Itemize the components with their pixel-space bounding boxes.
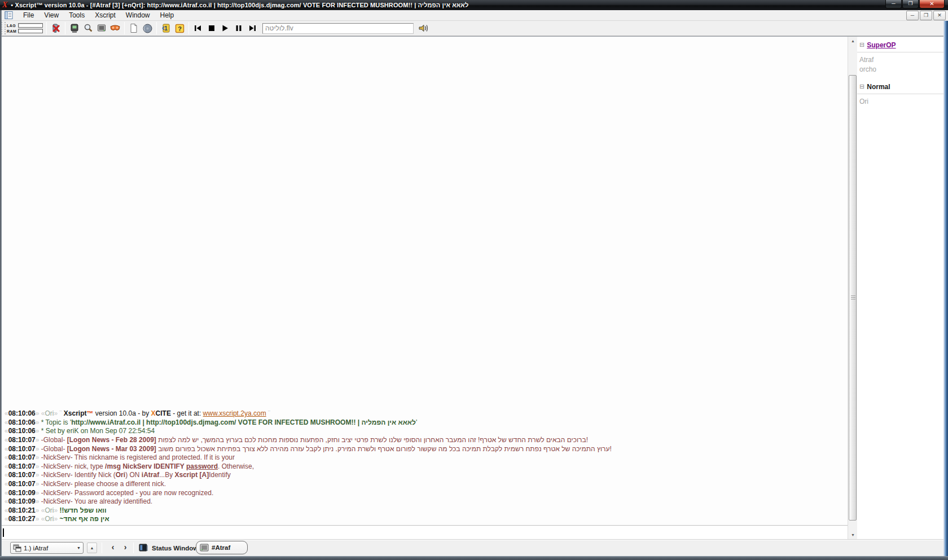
close-button[interactable]: ✕ <box>919 0 945 8</box>
media-pause-icon <box>235 25 242 32</box>
userlist-group-normal[interactable]: ⊟Normal <box>857 82 943 91</box>
chat-text: « <box>5 462 8 470</box>
chat-text: -Global- <box>41 445 67 453</box>
search-button[interactable] <box>81 22 95 35</box>
svg-text:?: ? <box>178 25 182 32</box>
chat-line: «08:10:06» * Set by eriK on Mon Sep 07 2… <box>5 427 848 436</box>
userlist-group-superop[interactable]: ⊟SuperOP <box>857 40 943 50</box>
chat-text: CITE <box>156 409 171 417</box>
status-window-tab[interactable]: Status Window <box>139 541 198 554</box>
monitor-button[interactable] <box>95 22 108 35</box>
toolbar-separator <box>188 22 189 34</box>
userlist-divider <box>857 52 943 52</box>
next-window-button[interactable]: › <box>120 542 131 553</box>
chat-text: » <box>36 506 41 514</box>
chat-text: » <box>36 515 41 523</box>
menu-file[interactable]: File <box>18 11 39 20</box>
window-selector-dropdown[interactable]: 1.) iAtraf ▼ <box>10 542 84 554</box>
menu-window[interactable]: Window <box>121 11 155 20</box>
scroll-down-button[interactable]: ▼ <box>848 531 858 540</box>
chat-text: « <box>5 471 8 479</box>
message-input[interactable] <box>2 525 848 540</box>
chat-text: » <box>36 427 41 435</box>
channel-window: «08:10:06» «Ori» ¨ Xscript™ version 10.0… <box>0 36 948 539</box>
menu-xscript[interactable]: Xscript <box>90 11 121 20</box>
collapse-icon[interactable]: ⊟ <box>859 83 864 90</box>
chat-text: אין פה אף אחד~ <box>59 515 109 523</box>
toolbar-separator <box>46 22 47 34</box>
window-selector-value: 1.) iAtraf <box>24 545 77 552</box>
chat-scrollbar[interactable]: ▲ ▼ <box>848 37 857 540</box>
switchbar: 1.) iAtraf ▼ ▲ ‹ › Status Window #Atraf <box>0 539 948 556</box>
mdi-minimize-button[interactable]: ─ <box>906 11 919 20</box>
menu-help[interactable]: Help <box>155 11 179 20</box>
chat-text: Xscript [A] <box>174 471 209 479</box>
chat-line: «08:10:06» * Topic is 'http://www.iAtraf… <box>5 418 848 427</box>
chat-text: וואו שפל חדש!! <box>59 506 106 514</box>
help-icon: ? <box>175 24 185 33</box>
menu-tools[interactable]: Tools <box>64 11 90 20</box>
chat-link[interactable]: www.xscript.2ya.com <box>203 409 266 417</box>
scrollbar-thumb[interactable] <box>849 75 857 521</box>
window-border-left <box>0 10 2 556</box>
minimize-button[interactable]: ─ <box>885 0 902 8</box>
scroll-up-button[interactable]: ▲ <box>848 37 858 46</box>
restore-button[interactable]: ❐ <box>902 0 919 8</box>
disconnect-button[interactable] <box>49 22 63 35</box>
server-button[interactable] <box>68 22 81 35</box>
media-previous-button[interactable] <box>191 22 205 35</box>
toolbar-grip[interactable] <box>1 22 6 34</box>
ram-label: RAM <box>7 29 18 33</box>
speaker-button[interactable] <box>417 22 431 35</box>
media-pause-button[interactable] <box>232 22 245 35</box>
collapse-icon[interactable]: ⊟ <box>859 41 864 48</box>
chat-text: -NickServ- This nickname is registered a… <box>41 453 235 461</box>
chat-line: «08:10:09» -NickServ- You are already id… <box>5 497 848 506</box>
chat-line: «08:10:21» «Ori» וואו שפל חדש!! <box>5 506 848 515</box>
chat-text: « <box>5 497 8 505</box>
chat-text: » <box>36 489 41 497</box>
globe-button[interactable] <box>141 22 154 35</box>
chat-text: http://www.iAtraf.co.il | http://top100d… <box>71 418 416 426</box>
mdi-close-button[interactable]: ✕ <box>933 11 946 20</box>
switchbar-up-button[interactable]: ▲ <box>87 543 97 553</box>
chat-text: « <box>5 436 8 444</box>
media-file-input[interactable] <box>262 23 414 34</box>
menu-view[interactable]: View <box>39 11 64 20</box>
media-play-button[interactable] <box>218 22 232 35</box>
mdi-restore-button[interactable]: ❐ <box>920 11 932 20</box>
chat-text: » <box>54 506 59 514</box>
scrollbar-grip <box>851 296 855 300</box>
disconnect-icon <box>51 23 62 34</box>
new-file-button[interactable] <box>127 22 141 35</box>
previous-window-button[interactable]: ‹ <box>107 542 118 553</box>
chat-text: . Otherwise, <box>218 462 254 470</box>
chat-text: [Logon News - Feb 28 2009] <box>67 436 156 444</box>
media-next-button[interactable] <box>245 22 259 35</box>
timestamp: 08:10:09 <box>8 497 36 505</box>
chat-line: «08:10:07» -NickServ- nick, type /msg Ni… <box>5 462 848 471</box>
chat-text: « <box>5 506 8 514</box>
userlist-member-atraf[interactable]: Atraf <box>857 56 943 65</box>
timestamp: 08:10:06 <box>8 409 36 417</box>
chat-text: « <box>5 515 8 523</box>
help-button[interactable]: ? <box>173 22 186 35</box>
userlist-divider <box>857 94 943 94</box>
userlist-member-ori[interactable]: Ori <box>857 98 943 107</box>
chat-text: Identify <box>209 471 231 479</box>
chat-text: « <box>5 480 8 488</box>
chat-text: « <box>5 453 8 461</box>
chat-text: « <box>5 427 8 435</box>
chat-text: -NickServ- please choose a different nic… <box>41 480 166 488</box>
status-window-icon <box>139 544 148 552</box>
switchbar-separator <box>102 543 102 553</box>
timestamp: 08:10:06 <box>8 427 36 435</box>
status-window-label: Status Window <box>152 545 198 552</box>
mask-button[interactable] <box>108 22 122 35</box>
menu-bar: FileViewToolsXscriptWindowHelp ─ ❐ ✕ <box>0 10 948 21</box>
script-one-button[interactable]: 1 <box>159 22 173 35</box>
media-stop-button[interactable] <box>205 22 218 35</box>
userlist-member-orcho[interactable]: orcho <box>857 65 943 75</box>
chat-text: » <box>36 471 41 479</box>
channel-tab-atraf[interactable]: #Atraf <box>196 541 248 554</box>
